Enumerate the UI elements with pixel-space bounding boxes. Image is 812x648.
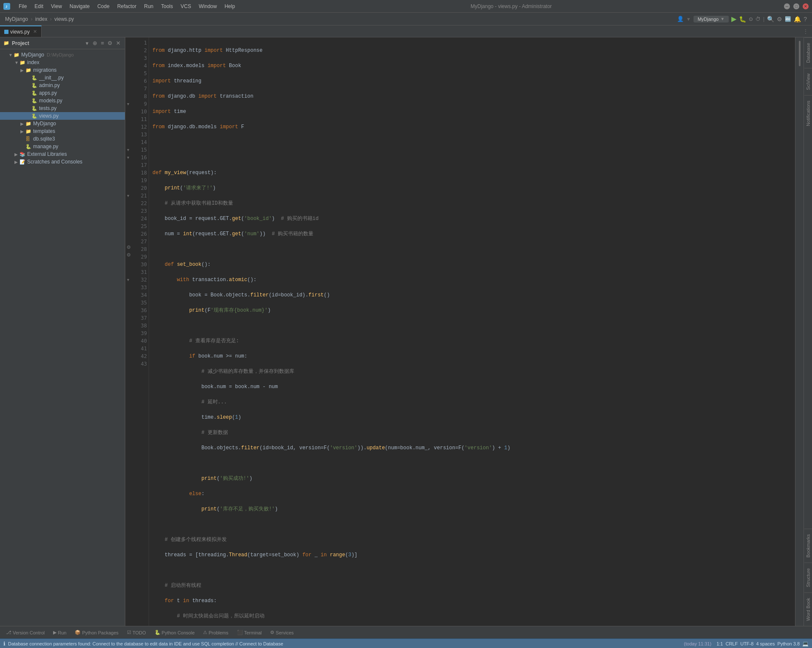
bottom-tab-terminal[interactable]: ⬛ Terminal — [234, 629, 265, 636]
tree-label-tests: tests.py — [39, 105, 56, 111]
menu-navigate[interactable]: Navigate — [66, 3, 93, 10]
run-button[interactable]: ▶ — [731, 15, 736, 23]
tree-file-admin[interactable]: 🐍 admin.py — [0, 82, 125, 89]
bottom-tab-python-packages[interactable]: 📦 Python Packages — [72, 629, 121, 636]
line-ending[interactable]: CRLF — [725, 641, 738, 646]
tree-file-models[interactable]: 🐍 models.py — [0, 97, 125, 104]
gear-icon[interactable]: ⚙ — [107, 39, 113, 47]
breadcrumb-part-2[interactable]: index — [35, 16, 48, 22]
tree-label-index: index — [27, 59, 39, 65]
bottom-tab-todo-label: TODO — [133, 630, 146, 635]
file-tab-views-py[interactable]: views.py ✕ — [0, 25, 42, 37]
tree-folder-migrations[interactable]: ▶ 📁 migrations — [0, 66, 125, 74]
tree-label-templates: templates — [33, 128, 55, 134]
tab-structure[interactable]: Structure — [804, 563, 812, 592]
run-config-selector[interactable]: MyDjango ▼ — [694, 16, 729, 23]
window-title: MyDjango - views.py - Administrator — [243, 3, 779, 9]
breadcrumb-part-1[interactable]: MyDjango — [5, 16, 28, 22]
indent-settings[interactable]: 4 spaces — [756, 641, 775, 646]
code-editor[interactable]: from django.http import HttpResponse fro… — [149, 37, 795, 626]
bottom-tab-run[interactable]: ▶ Run — [51, 629, 69, 636]
bottom-tab-run-label: Run — [58, 630, 66, 635]
bottom-tab-todo[interactable]: ☑ TODO — [124, 629, 149, 636]
tree-file-db[interactable]: 🗄 db.sqlite3 — [0, 135, 125, 143]
status-message[interactable]: Database connection parameters found: Co… — [8, 641, 681, 646]
bottom-tab-vcs[interactable]: ⎇ Version Control — [3, 629, 47, 636]
hide-panel-icon[interactable]: ✕ — [115, 39, 121, 47]
file-tabs: views.py ✕ ⋮ — [0, 25, 812, 37]
python-file-icon — [4, 30, 8, 34]
language-mode[interactable]: Python 3.8 — [777, 641, 800, 646]
menu-window[interactable]: Window — [195, 3, 220, 10]
search-everywhere-button[interactable]: 🔍 — [767, 16, 774, 23]
console-icon: 🐍 — [155, 630, 161, 635]
breakpoint-34[interactable] — [127, 253, 130, 256]
profile-run-button[interactable]: ⏱ — [756, 16, 761, 22]
terminal-icon: ⬛ — [237, 630, 243, 635]
bottom-tab-problems-label: Problems — [209, 630, 228, 635]
fold-arrow-9[interactable]: ▼ — [127, 100, 129, 108]
help-button[interactable]: ? — [804, 16, 807, 23]
menu-help[interactable]: Help — [221, 3, 239, 10]
translate-button[interactable]: 🔤 — [785, 16, 791, 22]
bottom-tab-problems[interactable]: ⚠ Problems — [200, 629, 231, 636]
breakpoint-33[interactable] — [127, 245, 130, 249]
project-header-icons: ⊕ ≡ ⚙ ✕ — [92, 39, 121, 47]
menu-code[interactable]: Code — [94, 3, 113, 10]
project-panel-header: 📁 Project ▼ ⊕ ≡ ⚙ ✕ — [0, 37, 125, 49]
locate-file-icon[interactable]: ⊕ — [92, 39, 98, 47]
tree-label-mydjango-inner: MyDjango — [33, 121, 56, 127]
tree-file-init[interactable]: 🐍 __init__.py — [0, 74, 125, 82]
notification-button[interactable]: 🔔 — [794, 16, 801, 23]
tree-folder-external-libs[interactable]: ▶ 📚 External Libraries — [0, 150, 125, 158]
fold-arrow-16[interactable]: ▼ — [127, 154, 129, 161]
minimize-button[interactable]: ─ — [784, 3, 790, 9]
fold-arrow-21[interactable]: ▼ — [127, 192, 129, 200]
tab-more-options[interactable]: ⋮ — [803, 28, 809, 35]
tree-file-tests[interactable]: 🐍 tests.py — [0, 104, 125, 112]
run-bottom-icon: ▶ — [53, 630, 56, 635]
project-panel: 📁 Project ▼ ⊕ ≡ ⚙ ✕ ▼ 📁 MyDjango D:\MyDj… — [0, 37, 125, 626]
settings-button[interactable]: ⚙ — [777, 16, 782, 23]
menu-vcs[interactable]: VCS — [177, 3, 195, 10]
tab-database[interactable]: Database — [804, 37, 812, 68]
encoding[interactable]: UTF-8 — [740, 641, 753, 646]
fold-arrow-37[interactable]: ▼ — [127, 276, 129, 284]
tree-folder-scratches[interactable]: ▶ 📝 Scratches and Consoles — [0, 158, 125, 166]
menu-file[interactable]: File — [15, 3, 30, 10]
debug-button[interactable]: 🐛 — [739, 16, 746, 23]
tab-sciview[interactable]: SciView — [804, 68, 812, 95]
code-container: ▼ ▼ ▼ ▼ ▼ 123456789101112131415161718192… — [125, 37, 804, 626]
tree-folder-index[interactable]: ▼ 📁 index — [0, 59, 125, 66]
bottom-tab-python-console[interactable]: 🐍 Python Console — [152, 629, 197, 636]
memory-icon: 💻 — [802, 641, 809, 647]
breadcrumb-part-3[interactable]: views.py — [54, 16, 74, 22]
menu-edit[interactable]: Edit — [31, 3, 47, 10]
services-icon: ⚙ — [270, 630, 274, 635]
menu-tools[interactable]: Tools — [158, 3, 176, 10]
tab-word-book[interactable]: Word Book — [804, 592, 812, 626]
tab-close-button[interactable]: ✕ — [33, 29, 37, 34]
bottom-tab-packages-label: Python Packages — [82, 630, 118, 635]
tree-folder-templates[interactable]: ▶ 📁 templates — [0, 127, 125, 135]
menu-run[interactable]: Run — [141, 3, 157, 10]
collapse-all-icon[interactable]: ≡ — [100, 39, 105, 47]
tab-bookmarks[interactable]: Bookmarks — [804, 529, 812, 563]
scroll-thumb[interactable] — [799, 41, 801, 66]
close-button[interactable]: ✕ — [803, 3, 809, 9]
tree-file-manage[interactable]: 🐍 manage.py — [0, 143, 125, 150]
tab-notifications[interactable]: Notifications — [804, 95, 812, 131]
tree-file-views[interactable]: 🐍 views.py — [0, 112, 125, 120]
bottom-tab-services[interactable]: ⚙ Services — [268, 629, 296, 636]
maximize-button[interactable]: □ — [793, 3, 799, 9]
coverage-button[interactable]: ⊙ — [749, 16, 753, 22]
tree-file-apps[interactable]: 🐍 apps.py — [0, 89, 125, 97]
fold-arrow-15[interactable]: ▼ — [127, 146, 129, 154]
tree-folder-mydjango-inner[interactable]: ▶ 📁 MyDjango — [0, 120, 125, 127]
tree-label-views: views.py — [39, 113, 59, 119]
tree-root-mydjango[interactable]: ▼ 📁 MyDjango D:\MyDjango — [0, 51, 125, 59]
menu-refactor[interactable]: Refactor — [114, 3, 140, 10]
menu-view[interactable]: View — [48, 3, 65, 10]
bottom-tab-terminal-label: Terminal — [244, 630, 262, 635]
profile-icon[interactable]: 👤 — [677, 16, 684, 22]
